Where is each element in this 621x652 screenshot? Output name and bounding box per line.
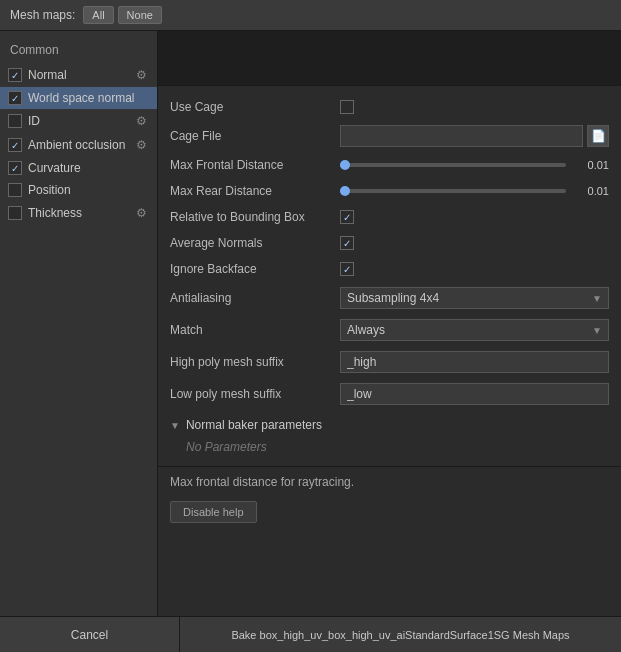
max-rear-thumb[interactable] xyxy=(340,186,350,196)
use-cage-control xyxy=(340,100,609,114)
antialiasing-label: Antialiasing xyxy=(170,291,340,305)
high-poly-input[interactable] xyxy=(340,351,609,373)
max-frontal-slider-row: 0.01 xyxy=(340,159,609,171)
use-cage-label: Use Cage xyxy=(170,100,340,114)
max-rear-value: 0.01 xyxy=(574,185,609,197)
max-rear-control: 0.01 xyxy=(340,185,609,197)
sidebar-label-ambient-occlusion: Ambient occlusion xyxy=(28,138,127,152)
low-poly-control xyxy=(340,383,609,405)
avg-normals-label: Average Normals xyxy=(170,236,340,250)
disable-help-button[interactable]: Disable help xyxy=(170,501,257,523)
thickness-checkbox[interactable] xyxy=(8,206,22,220)
max-frontal-label: Max Frontal Distance xyxy=(170,158,340,172)
ignore-bf-control xyxy=(340,262,609,276)
max-frontal-value: 0.01 xyxy=(574,159,609,171)
relative-bb-label: Relative to Bounding Box xyxy=(170,210,340,224)
cage-file-input[interactable] xyxy=(340,125,583,147)
avg-normals-row: Average Normals xyxy=(170,230,609,256)
sidebar-label-thickness: Thickness xyxy=(28,206,127,220)
cage-file-label: Cage File xyxy=(170,129,340,143)
id-checkbox[interactable] xyxy=(8,114,22,128)
relative-bb-checkbox[interactable] xyxy=(340,210,354,224)
thickness-settings-icon[interactable]: ⚙ xyxy=(133,205,149,221)
sidebar-label-id: ID xyxy=(28,114,127,128)
sidebar-item-ambient-occlusion[interactable]: Ambient occlusion ⚙ xyxy=(0,133,157,157)
match-dropdown-value: Always xyxy=(347,323,385,337)
preview-area xyxy=(158,31,621,86)
sidebar-item-thickness[interactable]: Thickness ⚙ xyxy=(0,201,157,225)
ignore-bf-checkbox[interactable] xyxy=(340,262,354,276)
main-container: Mesh maps: All None Common Normal ⚙ Worl… xyxy=(0,0,621,652)
baker-params-section[interactable]: ▼ Normal baker parameters xyxy=(170,410,609,436)
max-frontal-thumb[interactable] xyxy=(340,160,350,170)
sidebar-label-curvature: Curvature xyxy=(28,161,149,175)
low-poly-label: Low poly mesh suffix xyxy=(170,387,340,401)
high-poly-control xyxy=(340,351,609,373)
bottom-info: Max frontal distance for raytracing. Dis… xyxy=(158,466,621,531)
sidebar-item-normal[interactable]: Normal ⚙ xyxy=(0,63,157,87)
max-rear-slider-container: 0.01 xyxy=(340,185,609,197)
ignore-bf-row: Ignore Backface xyxy=(170,256,609,282)
use-cage-checkbox[interactable] xyxy=(340,100,354,114)
cage-file-browse-button[interactable]: 📄 xyxy=(587,125,609,147)
sidebar-item-world-space-normal[interactable]: World space normal xyxy=(0,87,157,109)
sidebar-item-position[interactable]: Position xyxy=(0,179,157,201)
max-frontal-slider-container: 0.01 xyxy=(340,159,609,171)
header-buttons: All None xyxy=(83,6,162,24)
baker-params-label: Normal baker parameters xyxy=(186,418,322,432)
no-params-text: No Parameters xyxy=(170,436,609,458)
cage-file-input-row: 📄 xyxy=(340,125,609,147)
relative-bb-row: Relative to Bounding Box xyxy=(170,204,609,230)
low-poly-input[interactable] xyxy=(340,383,609,405)
header-title: Mesh maps: xyxy=(10,8,75,22)
id-settings-icon[interactable]: ⚙ xyxy=(133,113,149,129)
sidebar-label-normal: Normal xyxy=(28,68,127,82)
antialiasing-dropdown[interactable]: Subsampling 4x4 ▼ xyxy=(340,287,609,309)
avg-normals-checkbox[interactable] xyxy=(340,236,354,250)
ignore-bf-label: Ignore Backface xyxy=(170,262,340,276)
cage-file-control: 📄 xyxy=(340,125,609,147)
max-rear-slider-row: 0.01 xyxy=(340,185,609,197)
normal-checkbox[interactable] xyxy=(8,68,22,82)
footer-bar: Cancel Bake box_high_uv_box_high_uv_aiSt… xyxy=(0,616,621,652)
high-poly-label: High poly mesh suffix xyxy=(170,355,340,369)
none-button[interactable]: None xyxy=(118,6,162,24)
all-button[interactable]: All xyxy=(83,6,113,24)
max-frontal-track[interactable] xyxy=(340,163,566,167)
antialiasing-dropdown-value: Subsampling 4x4 xyxy=(347,291,439,305)
sidebar-item-curvature[interactable]: Curvature xyxy=(0,157,157,179)
sidebar-label-world-space-normal: World space normal xyxy=(28,91,149,105)
sidebar: Common Normal ⚙ World space normal ID ⚙ xyxy=(0,31,158,616)
normal-settings-icon[interactable]: ⚙ xyxy=(133,67,149,83)
relative-bb-control xyxy=(340,210,609,224)
match-chevron-icon: ▼ xyxy=(592,325,602,336)
avg-normals-control xyxy=(340,236,609,250)
sidebar-label-position: Position xyxy=(28,183,149,197)
max-frontal-control: 0.01 xyxy=(340,159,609,171)
max-frontal-row: Max Frontal Distance 0.01 xyxy=(170,152,609,178)
world-space-normal-checkbox[interactable] xyxy=(8,91,22,105)
cage-file-row: Cage File 📄 xyxy=(170,120,609,152)
right-panel: Use Cage Cage File 📄 xyxy=(158,31,621,616)
position-checkbox[interactable] xyxy=(8,183,22,197)
match-row: Match Always ▼ xyxy=(170,314,609,346)
use-cage-row: Use Cage xyxy=(170,94,609,120)
max-rear-label: Max Rear Distance xyxy=(170,184,340,198)
cancel-button[interactable]: Cancel xyxy=(0,617,180,652)
info-text: Max frontal distance for raytracing. xyxy=(170,475,609,489)
ambient-occlusion-settings-icon[interactable]: ⚙ xyxy=(133,137,149,153)
body-area: Common Normal ⚙ World space normal ID ⚙ xyxy=(0,31,621,616)
match-label: Match xyxy=(170,323,340,337)
baker-params-chevron-icon: ▼ xyxy=(170,420,180,431)
curvature-checkbox[interactable] xyxy=(8,161,22,175)
bake-button[interactable]: Bake box_high_uv_box_high_uv_aiStandardS… xyxy=(180,617,621,652)
match-control: Always ▼ xyxy=(340,319,609,341)
sidebar-item-id[interactable]: ID ⚙ xyxy=(0,109,157,133)
ambient-occlusion-checkbox[interactable] xyxy=(8,138,22,152)
high-poly-row: High poly mesh suffix xyxy=(170,346,609,378)
low-poly-row: Low poly mesh suffix xyxy=(170,378,609,410)
header-bar: Mesh maps: All None xyxy=(0,0,621,31)
sidebar-section-label: Common xyxy=(0,39,157,63)
match-dropdown[interactable]: Always ▼ xyxy=(340,319,609,341)
max-rear-track[interactable] xyxy=(340,189,566,193)
